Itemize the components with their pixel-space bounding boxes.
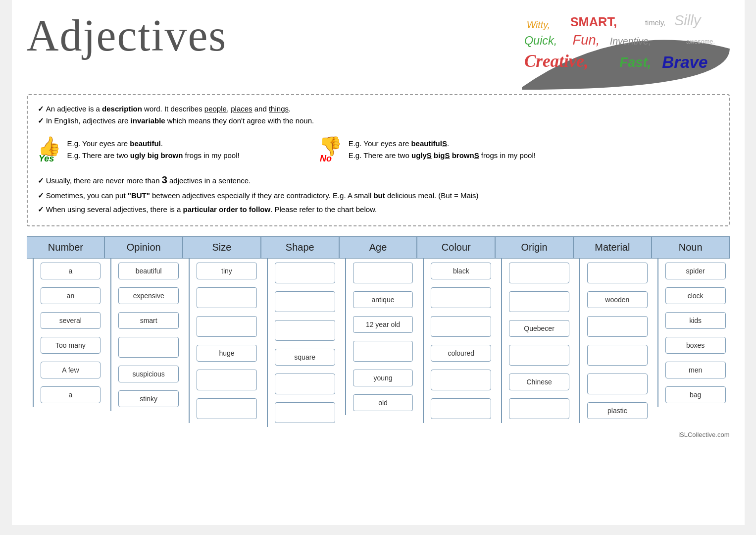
col-header-opinion: Opinion: [104, 236, 183, 259]
cell-shape-1: [275, 291, 335, 312]
info-box: An adjective is a description word. It d…: [27, 94, 730, 226]
cell-age-5: old: [353, 394, 413, 411]
rule-3: When using several adjectives, there is …: [38, 204, 719, 215]
cell-size-5: [197, 398, 257, 419]
svg-text:Yes: Yes: [39, 154, 54, 162]
column-size: Sizetinyhuge: [183, 236, 261, 423]
cloud-svg: Witty, SMART, timely, Silly Quick, Fun, …: [522, 10, 730, 90]
column-shape: Shapesquare: [261, 236, 339, 427]
svg-text:Fun,: Fun,: [572, 32, 600, 48]
svg-text:Inventive,: Inventive,: [609, 36, 651, 47]
cell-origin-5: [509, 398, 569, 419]
col-items-noun: spiderclockkidsboxesmenbag: [652, 259, 730, 407]
rules-list: Usually, there are never more than 3 adj…: [38, 172, 719, 215]
cell-size-1: [197, 287, 257, 308]
col-items-age: antique12 year oldyoungold: [339, 259, 417, 415]
no-example-1: E.g. Your eyes are beautifulS.: [349, 138, 536, 150]
cell-opinion-4: suspicious: [118, 366, 179, 382]
cell-colour-0: black: [431, 263, 491, 279]
cell-opinion-3: [118, 337, 179, 358]
cell-material-0: [587, 263, 648, 283]
bold-invariable: invariable: [131, 116, 165, 125]
col-items-opinion: beautifulexpensivesmartsuspiciousstinky: [104, 259, 183, 411]
col-items-number: aanseveralToo manyA fewa: [27, 259, 105, 407]
svg-text:timely,: timely,: [645, 19, 665, 27]
col-header-shape: Shape: [261, 236, 339, 259]
column-noun: Nounspiderclockkidsboxesmenbag: [652, 236, 730, 407]
cell-age-2: 12 year old: [353, 316, 413, 333]
yes-example-1: E.g. Your eyes are beautiful.: [67, 138, 240, 150]
cell-shape-2: [275, 320, 335, 341]
cell-material-1: wooden: [587, 291, 648, 308]
cell-material-4: [587, 374, 648, 394]
cell-noun-2: kids: [665, 312, 726, 329]
adjective-cloud: Witty, SMART, timely, Silly Quick, Fun, …: [522, 10, 730, 89]
col-items-origin: QuebecerChinese: [495, 259, 573, 423]
cell-material-5: plastic: [587, 402, 648, 419]
cell-size-3: huge: [197, 345, 257, 362]
col-header-size: Size: [183, 236, 261, 259]
columns-container: NumberaanseveralToo manyA fewaOpinionbea…: [27, 236, 730, 427]
cell-number-2: several: [41, 312, 101, 329]
cell-opinion-2: smart: [118, 312, 179, 329]
footer: iSLCollective.com: [27, 431, 730, 438]
column-colour: Colourblackcoloured: [417, 236, 495, 423]
col-header-material: Material: [573, 236, 652, 259]
cell-noun-4: men: [665, 362, 726, 378]
cell-colour-4: [431, 370, 491, 390]
example-no: 👎 No E.g. Your eyes are beautifulS. E.g.…: [319, 133, 536, 166]
col-items-shape: square: [261, 259, 339, 427]
col-header-colour: Colour: [417, 236, 495, 259]
bullet-1: An adjective is a description word. It d…: [38, 103, 719, 115]
col-header-noun: Noun: [652, 236, 730, 259]
cell-number-1: an: [41, 287, 101, 304]
cell-number-5: a: [41, 386, 101, 403]
cell-number-3: Too many: [41, 337, 101, 354]
svg-text:Quick,: Quick,: [524, 34, 556, 47]
cell-origin-2: Quebecer: [509, 320, 569, 337]
column-origin: OriginQuebecerChinese: [495, 236, 573, 423]
cell-origin-3: [509, 345, 569, 366]
column-material: Materialwoodenplastic: [573, 236, 652, 423]
cell-colour-5: [431, 398, 491, 419]
cell-age-1: antique: [353, 291, 413, 308]
rule-1: Usually, there are never more than 3 adj…: [38, 172, 719, 188]
cell-origin-4: Chinese: [509, 374, 569, 390]
svg-text:Witty,: Witty,: [526, 19, 550, 30]
no-example-2: E.g. There are two uglyS bigS brownS fro…: [349, 150, 536, 161]
svg-text:Creative,: Creative,: [524, 52, 588, 71]
bullet-2: In English, adjectives are invariable wh…: [38, 115, 719, 127]
thumb-no-icon: 👎 No: [319, 133, 344, 166]
column-opinion: Opinionbeautifulexpensivesmartsuspicious…: [104, 236, 183, 411]
column-number: NumberaanseveralToo manyA fewa: [27, 236, 105, 407]
yes-example-2: E.g. There are two ugly big brown frogs …: [67, 150, 240, 161]
cell-number-4: A few: [41, 362, 101, 378]
svg-text:Silly: Silly: [674, 12, 702, 28]
cell-age-3: [353, 341, 413, 362]
svg-text:No: No: [320, 154, 332, 162]
cell-number-0: a: [41, 263, 101, 279]
col-header-origin: Origin: [495, 236, 573, 259]
page: Adjectives Witty, SMART, timely, Silly Q…: [12, 0, 745, 525]
footer-text: iSLCollective.com: [678, 431, 729, 438]
cell-opinion-5: stinky: [118, 390, 179, 407]
cell-noun-0: spider: [665, 263, 726, 279]
cell-noun-1: clock: [665, 287, 726, 304]
bullet-list: An adjective is a description word. It d…: [38, 103, 719, 127]
cell-shape-3: square: [275, 349, 335, 366]
underline-things: things: [269, 105, 289, 113]
cell-colour-3: coloured: [431, 345, 491, 362]
cell-origin-0: [509, 263, 569, 283]
cell-shape-0: [275, 263, 335, 283]
cell-shape-4: [275, 374, 335, 394]
page-title: Adjectives: [27, 10, 227, 61]
rule-2: Sometimes, you can put "BUT" between adj…: [38, 190, 719, 202]
cell-colour-2: [431, 316, 491, 337]
svg-text:awesome.: awesome.: [686, 38, 715, 45]
col-items-material: woodenplastic: [573, 259, 652, 423]
cell-material-3: [587, 345, 648, 366]
cell-origin-1: [509, 291, 569, 312]
underline-people: people: [204, 105, 227, 113]
col-header-number: Number: [27, 236, 105, 259]
column-age: Ageantique12 year oldyoungold: [339, 236, 417, 415]
